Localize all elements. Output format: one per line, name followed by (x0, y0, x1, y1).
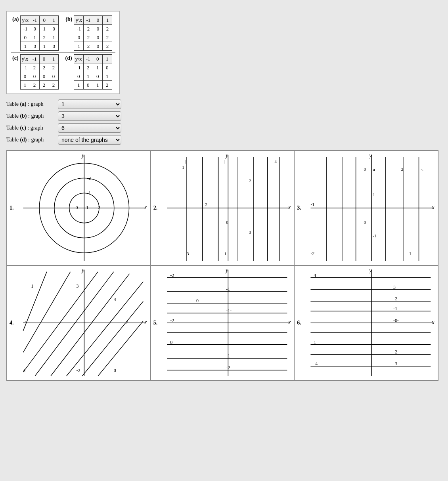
svg-text:1: 1 (31, 283, 33, 289)
graph-5-number: 5. (153, 320, 158, 326)
svg-text:-:: -: (421, 167, 424, 172)
table-d-label: (d) (65, 55, 72, 61)
svg-line-59 (35, 272, 114, 376)
svg-text:2: 2 (249, 178, 251, 183)
svg-text:x: x (432, 204, 435, 210)
graph-5: 5. y x -2 -1 -0- -1- (151, 265, 295, 380)
svg-text:1: 1 (409, 251, 412, 256)
svg-text:-3-: -3- (393, 361, 399, 366)
svg-text:4: 4 (274, 159, 277, 164)
svg-text:-1: -1 (87, 190, 91, 196)
svg-text:3: 3 (76, 283, 78, 289)
selector-c[interactable]: 1 2 3 4 5 6 none of the graphs (58, 123, 121, 133)
svg-text:-2-: -2- (393, 296, 399, 302)
svg-text:3: 3 (393, 284, 396, 290)
graph-4-number: 4. (10, 320, 14, 326)
selector-row-d: Table (d) : graph 1 2 3 4 5 6 none of th… (6, 135, 442, 145)
svg-text:1: 1 (182, 165, 184, 170)
graph-3-number: 3. (297, 205, 301, 211)
svg-line-62 (82, 301, 143, 376)
graph-4: 4. y x 1 3 4 2 (7, 265, 151, 380)
table-b-label: (b) (65, 16, 72, 23)
svg-text:0: 0 (170, 340, 172, 345)
svg-text:x: x (288, 319, 291, 325)
svg-text:-4: -4 (314, 361, 318, 366)
svg-text:-0-: -0- (195, 298, 200, 303)
table-c-label: (c) (12, 55, 19, 61)
svg-text:4: 4 (23, 368, 25, 373)
svg-line-58 (23, 272, 98, 372)
selector-row-c: Table (c) : graph 1 2 3 4 5 6 none of th… (6, 123, 442, 133)
graph-6-number: 6. (297, 320, 301, 326)
svg-text:1: 1 (86, 205, 88, 210)
svg-text:3: 3 (249, 230, 251, 235)
svg-text:x: x (288, 204, 291, 210)
graph-1: 1. y x -1 -2 2 1 0 (7, 151, 151, 265)
svg-text:-2: -2 (226, 365, 230, 370)
table-b: y\x-101 -1202 0202 1202 (74, 15, 112, 51)
graph-2-number: 2. (153, 205, 158, 211)
svg-text:1: 1 (373, 192, 375, 197)
svg-text:-0-: -0- (393, 318, 399, 323)
svg-text:0: 0 (75, 205, 78, 210)
svg-text:x: x (432, 319, 435, 325)
graph-2: 2. y x | 1 | | 4 (151, 151, 295, 265)
svg-text:2: 2 (401, 167, 403, 172)
svg-text:x: x (144, 319, 147, 325)
selector-row-a: Table (a) : graph 1 2 3 4 5 6 none of th… (6, 99, 442, 109)
selector-b[interactable]: 1 2 3 4 5 6 none of the graphs (58, 111, 121, 121)
selector-label-a: Table (a) : graph (6, 101, 58, 107)
svg-text:-1-: -1- (226, 353, 232, 359)
table-c: y\x-101 -1222 0000 1222 (20, 54, 59, 90)
table-a-label: (a) (12, 16, 19, 23)
table-d: y\x-101 -1210 0101 1012 (74, 54, 112, 90)
svg-text:u: u (373, 167, 375, 172)
selector-label-c: Table (c) : graph (6, 125, 58, 131)
svg-text:-1: -1 (226, 286, 230, 292)
svg-text:-1: -1 (23, 320, 27, 325)
selector-d[interactable]: 1 2 3 4 5 6 none of the graphs (58, 135, 121, 145)
selector-label-d: Table (d) : graph (6, 137, 58, 143)
svg-text:-1: -1 (311, 202, 315, 207)
selectors-section: Table (a) : graph 1 2 3 4 5 6 none of th… (6, 99, 442, 145)
svg-text:1: 1 (314, 340, 316, 345)
svg-text:|: | (224, 159, 224, 164)
svg-text:4: 4 (114, 297, 116, 302)
svg-line-60 (51, 274, 130, 376)
graphs-grid: 1. y x -1 -2 2 1 0 (6, 150, 438, 381)
svg-text:0: 0 (226, 220, 228, 225)
svg-text:-1: -1 (393, 306, 397, 311)
svg-text:|: | (185, 159, 186, 164)
svg-text:-2: -2 (203, 202, 207, 207)
svg-text:1: 1 (224, 251, 226, 256)
svg-text:-2: -2 (170, 273, 174, 278)
svg-text:-2: -2 (76, 368, 80, 373)
svg-text:0: 0 (364, 167, 366, 172)
svg-text:-1: -1 (373, 233, 377, 238)
svg-text:-2: -2 (87, 176, 91, 181)
svg-text:x: x (144, 204, 147, 210)
svg-text:0: 0 (114, 368, 116, 373)
graph-1-number: 1. (10, 205, 14, 211)
selector-a[interactable]: 1 2 3 4 5 6 none of the graphs (58, 99, 121, 109)
svg-text:2: 2 (126, 320, 128, 325)
svg-text:0: 0 (364, 220, 366, 225)
svg-text:|: | (201, 159, 202, 164)
selector-row-b: Table (b) : graph 1 2 3 4 5 6 none of th… (6, 111, 442, 121)
selector-label-b: Table (b) : graph (6, 113, 58, 119)
graph-3: 3. y x -1 0 u 2 -: 1 (294, 151, 438, 265)
svg-text:2: 2 (98, 205, 100, 210)
svg-text:-1-: -1- (226, 308, 232, 313)
table-a: y\x-101 -1010 0121 1010 (20, 15, 59, 51)
svg-text:4: 4 (314, 273, 316, 278)
svg-text:-2: -2 (170, 318, 174, 323)
svg-text:3: 3 (187, 251, 189, 256)
svg-text:-2: -2 (393, 349, 397, 355)
svg-text:-2: -2 (311, 251, 315, 256)
svg-line-61 (67, 282, 144, 376)
graph-6: 6. y x 4 3 -2- -1 (294, 265, 438, 380)
